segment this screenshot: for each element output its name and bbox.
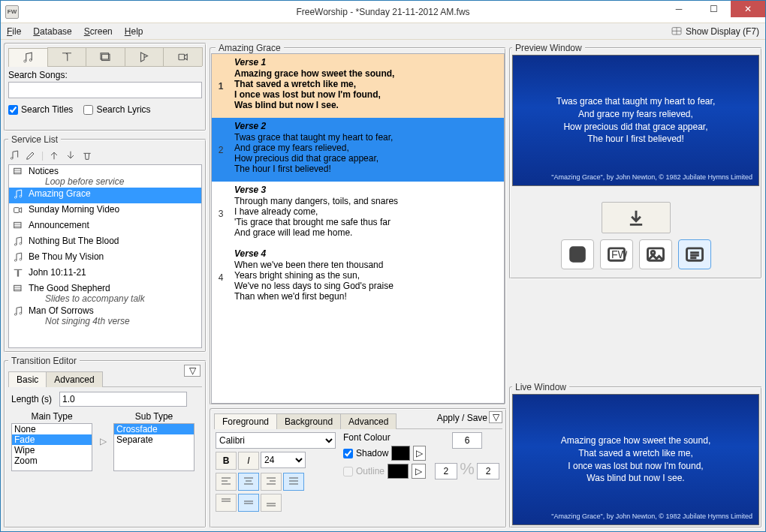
live-panel: Live Window Amazing grace how sweet the … (509, 382, 762, 528)
show-display-label: Show Display (F7) (686, 26, 759, 37)
shadow-swatch[interactable] (391, 446, 410, 461)
preview-credit: "Amazing Grace", by John Newton, © 1982 … (551, 173, 752, 181)
percent-icon: % (460, 459, 475, 478)
align-justify-button[interactable] (283, 473, 304, 491)
service-list[interactable]: NoticesLoop before serviceAmazing GraceS… (8, 164, 202, 348)
show-display-button[interactable]: Show Display (F7) (671, 26, 759, 38)
shadow-label: Shadow (356, 448, 388, 458)
go-live-button[interactable] (602, 202, 671, 233)
verse[interactable]: 3Verse 3Through many dangers, toils, and… (212, 182, 504, 245)
menu-file[interactable]: File (7, 26, 21, 37)
menu-screen[interactable]: Screen (84, 26, 113, 37)
service-item[interactable]: Be Thou My Vision (9, 251, 201, 266)
italic-button[interactable]: I (238, 452, 259, 470)
align-left-button[interactable] (216, 473, 237, 491)
verses-list[interactable]: 1Verse 1Amazing grace how sweet the soun… (211, 53, 505, 404)
tab-bible[interactable] (47, 47, 87, 66)
menu-help[interactable]: Help (125, 26, 143, 37)
margin-top-input[interactable] (452, 432, 482, 449)
shadow-more-button[interactable]: ▷ (413, 446, 426, 461)
tab-video[interactable] (163, 47, 203, 66)
svg-point-9 (20, 195, 22, 197)
svg-rect-7 (14, 168, 21, 173)
service-item[interactable]: Announcement (9, 219, 201, 235)
service-item[interactable]: Amazing Grace (9, 188, 201, 203)
preview-display: Twas grace that taught my heart to fear,… (512, 55, 759, 186)
shadow-check[interactable] (343, 449, 353, 458)
svg-point-15 (20, 258, 22, 260)
valign-top-button[interactable] (216, 494, 237, 512)
length-input[interactable] (59, 392, 187, 407)
service-item[interactable]: Sunday Morning Video (9, 203, 201, 219)
fmt-tab-advanced[interactable]: Advanced (340, 413, 397, 429)
song-panel: Amazing Grace 1Verse 1Amazing grace how … (210, 43, 506, 405)
fmt-collapse-button[interactable]: ▽ (489, 411, 502, 423)
window-title: FreeWorship - *Sunday 21-11-2012 AM.fws (1, 7, 765, 17)
type-arrow-icon: ▷ (97, 436, 109, 446)
search-lyrics-check[interactable]: Search Lyrics (83, 104, 150, 115)
logo-button[interactable]: FW (600, 239, 633, 269)
svg-point-13 (20, 242, 22, 245)
verse[interactable]: 2Verse 2Twas grace that taught my heart … (212, 118, 504, 182)
transition-tab-advanced[interactable]: Advanced (46, 371, 102, 387)
sub-type-list[interactable]: CrossfadeSeparate (113, 423, 195, 471)
verse[interactable]: 4Verse 4When we've been there ten thousa… (212, 245, 504, 309)
fmt-tab-background[interactable]: Background (276, 413, 341, 429)
valign-mid-button[interactable] (238, 494, 259, 512)
search-input[interactable] (8, 82, 202, 98)
service-item[interactable]: The Good ShepherdSlides to accompany tal… (9, 282, 201, 305)
verse[interactable]: 1Verse 1Amazing grace how sweet the soun… (212, 54, 504, 118)
outline-check[interactable] (343, 467, 353, 476)
search-titles-check[interactable]: Search Titles (8, 104, 73, 115)
align-center-button[interactable] (238, 473, 259, 491)
text-button[interactable] (678, 239, 711, 269)
close-button[interactable]: ✕ (731, 1, 765, 17)
tab-media[interactable] (125, 47, 164, 66)
maximize-button[interactable]: ☐ (696, 1, 731, 17)
preview-panel: Preview Window Twas grace that taught my… (509, 43, 762, 279)
font-select[interactable]: Calibri (216, 432, 336, 449)
edit-icon[interactable] (25, 149, 37, 161)
service-item[interactable]: John 10:11-21 (9, 266, 201, 282)
remove-icon[interactable] (81, 149, 93, 161)
svg-point-18 (20, 312, 22, 314)
bold-button[interactable]: B (216, 452, 237, 470)
outline-swatch[interactable] (388, 464, 409, 479)
live-title: Live Window (512, 382, 569, 392)
margin-right-input[interactable] (477, 463, 499, 479)
move-up-icon[interactable] (48, 149, 60, 161)
title-bar: FW FreeWorship - *Sunday 21-11-2012 AM.f… (1, 1, 765, 23)
blank-button[interactable] (561, 239, 594, 269)
service-item[interactable]: Nothing But The Blood (9, 235, 201, 251)
tab-songs[interactable] (8, 48, 48, 67)
service-list-title: Service List (8, 134, 61, 145)
sub-type-label: Sub Type (113, 411, 195, 422)
svg-rect-16 (14, 285, 21, 290)
menu-bar: File Database Screen Help Show Display (… (1, 23, 765, 40)
minimize-button[interactable]: ─ (662, 1, 696, 17)
main-type-list[interactable]: NoneFadeWipeZoom (11, 423, 92, 471)
service-item[interactable]: Man Of SorrowsNot singing 4th verse (9, 305, 201, 327)
outline-more-button[interactable]: ▷ (412, 464, 426, 479)
margin-left-input[interactable] (435, 463, 457, 479)
svg-rect-5 (179, 54, 185, 60)
tab-presentations[interactable] (86, 47, 125, 66)
move-down-icon[interactable] (65, 149, 77, 161)
align-right-button[interactable] (261, 473, 282, 491)
fmt-tab-foreground[interactable]: Foreground (214, 413, 277, 429)
add-song-icon[interactable] (8, 149, 20, 161)
service-item[interactable]: NoticesLoop before service (9, 165, 201, 188)
svg-rect-11 (14, 222, 21, 227)
image-button[interactable] (639, 239, 672, 269)
size-select[interactable]: 24 (261, 452, 306, 468)
apply-save-label[interactable]: Apply / Save (437, 413, 487, 423)
service-list-panel: Service List | NoticesLoop before servic… (4, 134, 207, 353)
transition-tab-basic[interactable]: Basic (8, 371, 47, 387)
song-title: Amazing Grace (216, 43, 284, 53)
transition-title: Transition Editor (8, 356, 80, 366)
menu-database[interactable]: Database (33, 26, 71, 37)
transition-collapse-button[interactable]: ▽ (184, 365, 201, 377)
valign-bot-button[interactable] (261, 494, 282, 512)
live-credit: "Amazing Grace", by John Newton, © 1982 … (551, 512, 752, 520)
live-display: Amazing grace how sweet the sound,That s… (512, 394, 759, 525)
